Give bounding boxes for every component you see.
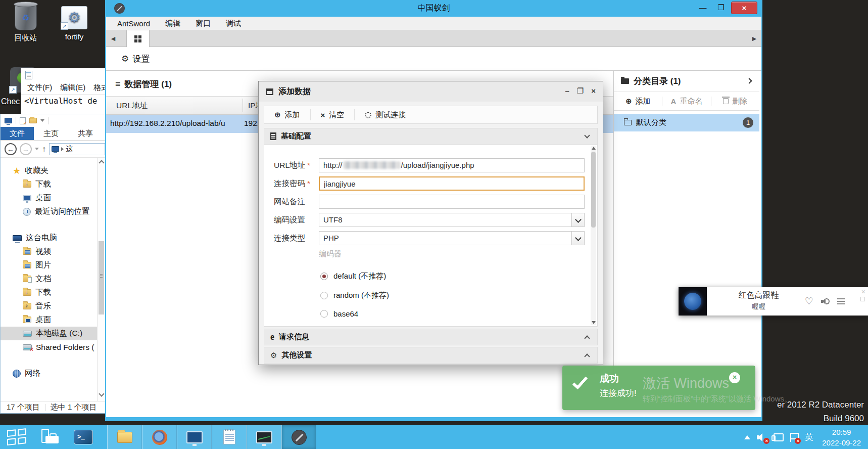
sidebar-item-recent[interactable]: 最近访问的位置 — [1, 205, 97, 218]
section-other-settings[interactable]: ⚙ 其他设置 — [264, 347, 598, 364]
maximize-button[interactable]: ❐ — [713, 2, 729, 14]
taskbar-clock[interactable]: 20:59 2022-09-22 — [822, 427, 861, 448]
history-dropdown-icon[interactable] — [35, 148, 39, 150]
sidebar-item-music[interactable]: 音乐 — [1, 299, 97, 313]
scroll-up-icon[interactable] — [592, 147, 596, 150]
sidebar-item-documents[interactable]: 文档 — [1, 272, 97, 286]
up-button[interactable]: ↑ — [42, 145, 46, 154]
sidebar-item-downloads[interactable]: 下载 — [1, 177, 97, 191]
category-delete-button[interactable]: 删除 — [711, 97, 759, 106]
category-rename-button[interactable]: A重命名 — [662, 97, 710, 106]
powershell-button[interactable]: >_ — [74, 430, 93, 444]
sidebar-item-shared-folders[interactable]: Shared Folders ( — [1, 340, 97, 354]
volume-muted-icon[interactable]: × — [757, 433, 767, 442]
address-bar[interactable]: 这 — [49, 143, 105, 155]
dialog-minimize-button[interactable]: – — [565, 86, 569, 96]
menu-window[interactable]: 窗口 — [196, 19, 211, 28]
site-note-input[interactable] — [319, 195, 585, 209]
url-input[interactable]: http:///upload/jiangjiyue.php — [319, 158, 585, 172]
dialog-test-connection-button[interactable]: 测试连接 — [354, 109, 416, 120]
notepad-menu-edit[interactable]: 编辑(E) — [60, 83, 85, 93]
sidebar-item-favorites[interactable]: ★收藏夹 — [1, 164, 97, 177]
notepad-menu-format[interactable]: 格式 — [93, 83, 105, 93]
server-manager-button[interactable] — [38, 429, 62, 446]
tab-home[interactable] — [126, 30, 150, 47]
taskbar-monitor-button[interactable] — [177, 425, 212, 449]
taskbar-firefox-button[interactable] — [142, 425, 177, 449]
toast-close-button[interactable]: × — [729, 372, 740, 383]
start-button[interactable] — [7, 428, 27, 446]
back-button[interactable]: ← — [5, 143, 17, 155]
scroll-down-icon[interactable] — [99, 391, 104, 396]
dialog-clear-button[interactable]: ×清空 — [310, 109, 355, 120]
encoder-option-base64[interactable]: base64 — [320, 309, 358, 318]
password-input[interactable] — [319, 176, 585, 191]
scroll-down-icon[interactable] — [592, 321, 596, 324]
sidebar-item-pictures[interactable]: 图片 — [1, 258, 97, 272]
scroll-up-icon[interactable] — [99, 160, 104, 165]
category-item-default[interactable]: 默认分类 1 — [614, 114, 759, 131]
scrollbar-thumb[interactable] — [99, 241, 104, 315]
dialog-maximize-button[interactable]: ❐ — [577, 86, 584, 96]
dialog-close-button[interactable]: × — [591, 86, 596, 96]
cell-url: http://192.168.2.210/upload-lab/u — [110, 119, 242, 128]
computer-icon[interactable] — [5, 118, 12, 123]
sidebar-item-videos[interactable]: 视频 — [1, 245, 97, 258]
section-request-info[interactable]: e 请求信息 — [264, 329, 598, 345]
tab-scroll-left-icon[interactable]: ◀ — [107, 30, 119, 47]
sidebar-item-desktop-2[interactable]: 桌面 — [1, 313, 97, 327]
taskbar-notepad-button[interactable] — [212, 425, 247, 449]
network-icon[interactable] — [774, 433, 784, 441]
encoder-option-random[interactable]: random (不推荐) — [320, 291, 389, 300]
explorer-scrollbar[interactable] — [97, 158, 105, 401]
tab-share[interactable]: 共享 — [68, 127, 103, 140]
player-close-icon[interactable]: × — [861, 288, 865, 296]
sidebar-item-desktop[interactable]: 桌面 — [1, 191, 97, 205]
notepad-titlebar[interactable] — [21, 68, 105, 81]
section-base-config[interactable]: 基础配置 — [264, 128, 598, 145]
new-folder-icon[interactable] — [29, 118, 37, 123]
sidebar-item-downloads-2[interactable]: 下载 — [1, 286, 97, 299]
encoder-option-default[interactable]: default (不推荐) — [320, 272, 386, 281]
taskbar-explorer-button[interactable] — [107, 425, 142, 449]
notepad-content[interactable]: <VirtualHost de — [21, 95, 105, 106]
close-button[interactable]: × — [731, 2, 757, 14]
album-art[interactable] — [679, 287, 707, 316]
properties-icon[interactable] — [20, 117, 26, 124]
dialog-titlebar[interactable]: 添加数据 — [259, 81, 603, 102]
action-center-flag-icon[interactable]: × — [790, 433, 798, 442]
desktop-icon-recycle-bin[interactable]: ♻ 回收站 — [4, 4, 47, 43]
notepad-menu-file[interactable]: 文件(F) — [27, 83, 52, 93]
menu-debug[interactable]: 调试 — [226, 19, 241, 28]
taskbar-perfmon-button[interactable] — [247, 425, 281, 449]
tab-home[interactable]: 主页 — [34, 127, 68, 140]
desktop-icon-fortify[interactable]: ⚙↗ fortify — [53, 6, 96, 41]
dialog-add-button[interactable]: ⊕添加 — [264, 109, 310, 120]
shell-type-select[interactable]: PHP — [319, 231, 585, 245]
player-restore-icon[interactable] — [860, 297, 865, 301]
volume-icon[interactable] — [821, 297, 830, 305]
forward-button[interactable]: → — [20, 143, 32, 155]
like-heart-icon[interactable]: ♡ — [805, 297, 813, 306]
menu-antsword[interactable]: AntSword — [117, 19, 150, 28]
taskbar-antsword-button[interactable] — [281, 425, 316, 449]
menu-edit[interactable]: 编辑 — [165, 19, 180, 28]
dialog-scrollbar[interactable] — [591, 146, 596, 325]
qat-dropdown-icon[interactable] — [40, 119, 44, 122]
tab-file[interactable]: 文件 — [1, 127, 34, 140]
scrollbar-thumb[interactable] — [591, 152, 596, 228]
sidebar-item-this-pc[interactable]: 这台电脑 — [1, 231, 97, 245]
chevron-right-icon[interactable] — [746, 78, 752, 83]
antsword-titlebar[interactable]: 中国蚁剑 — ❐ × — [106, 0, 761, 17]
minimize-button[interactable]: — — [695, 2, 711, 14]
ime-indicator[interactable]: 英 — [805, 431, 813, 443]
sidebar-item-network[interactable]: 网络 — [1, 367, 97, 380]
playlist-icon[interactable] — [837, 298, 845, 304]
tab-scroll-right-icon[interactable]: ▶ — [748, 30, 760, 47]
show-hidden-icons-button[interactable] — [744, 435, 750, 439]
sidebar-item-local-disk-c[interactable]: 本地磁盘 (C:) — [1, 327, 97, 340]
encoding-select[interactable]: UTF8 — [319, 213, 585, 227]
settings-button[interactable]: 设置 — [132, 53, 150, 65]
category-add-button[interactable]: ⊕添加 — [614, 97, 662, 106]
column-url[interactable]: URL地址 — [116, 101, 148, 111]
